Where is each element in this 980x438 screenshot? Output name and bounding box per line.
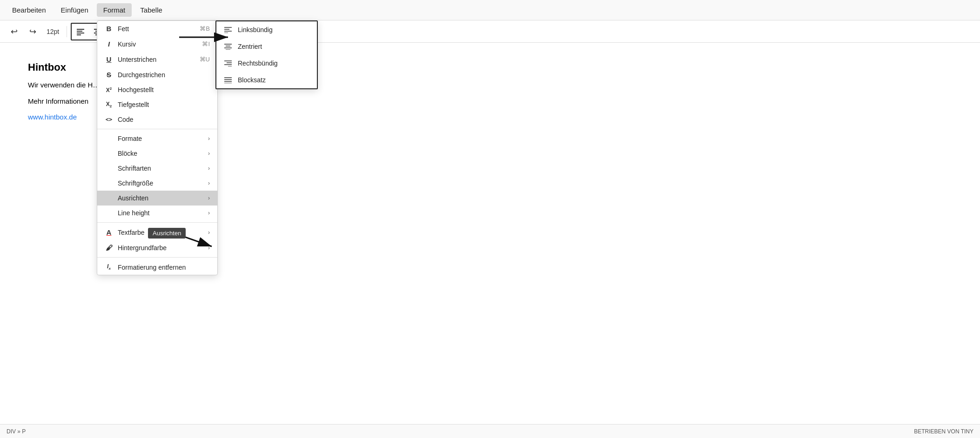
dropdown-durchgestrichen-label: Durchgestrichen — [118, 71, 165, 79]
highlight-icon: 🖌 — [105, 244, 113, 252]
menu-tabelle[interactable]: Tabelle — [134, 3, 169, 17]
separator-3 — [97, 257, 217, 258]
separator-2 — [97, 222, 217, 223]
dropdown-unterstrichen-label: Unterstrichen — [118, 56, 156, 63]
submenu-linksbuendig-label: Linksbündig — [238, 26, 273, 33]
dropdown-schriftarten-label: Schriftarten — [118, 165, 151, 172]
dropdown-fett[interactable]: B Fett ⌘B — [97, 21, 217, 36]
clear-format-icon: Ix — [105, 263, 113, 271]
dropdown-durchgestrichen[interactable]: S Durchgestrichen — [97, 67, 217, 82]
dropdown-bloecke[interactable]: Blöcke › — [97, 146, 217, 161]
dropdown-kursiv-shortcut: ⌘I — [202, 40, 210, 47]
subscript-icon: X2 — [105, 101, 113, 108]
code-icon: <> — [105, 116, 113, 123]
submenu-zentriert-label: Zentriert — [238, 43, 262, 50]
menu-format[interactable]: Format — [97, 3, 132, 17]
status-bar: DIV » P BETRIEBEN VON TINY — [0, 424, 980, 438]
strikethrough-icon: S — [105, 71, 113, 79]
dropdown-schriftgroesse[interactable]: Schriftgröße › — [97, 176, 217, 191]
formate-arrow-icon: › — [208, 135, 210, 142]
textcolor-icon: A — [105, 228, 113, 236]
align-left-icon — [224, 27, 232, 33]
align-justify-icon — [224, 77, 232, 83]
dropdown-fett-shortcut: ⌘B — [200, 25, 210, 32]
dropdown-fett-label: Fett — [118, 25, 129, 33]
dropdown-tiefgestellt-label: Tiefgestellt — [118, 101, 149, 108]
dropdown-code[interactable]: <> Code — [97, 112, 217, 127]
content-link-anchor[interactable]: www.hintbox.de — [28, 113, 77, 121]
redo-button[interactable]: ↪ — [24, 24, 41, 39]
align-center-icon — [224, 43, 232, 50]
schriftgroesse-arrow-icon: › — [208, 180, 210, 186]
menu-einfuegen[interactable]: Einfügen — [54, 3, 95, 17]
status-path: DIV » P — [7, 428, 26, 435]
submenu-blocksatz-label: Blocksatz — [238, 76, 266, 84]
italic-icon: I — [105, 40, 113, 48]
dropdown-textfarbe[interactable]: A Textfarbe › — [97, 225, 217, 240]
superscript-icon: X2 — [105, 86, 113, 93]
font-size-display: 12pt — [43, 26, 63, 37]
dropdown-tiefgestellt[interactable]: X2 Tiefgestellt — [97, 97, 217, 112]
format-dropdown: B Fett ⌘B I Kursiv ⌘I U Unterstrichen ⌘U… — [97, 20, 218, 275]
dropdown-code-label: Code — [118, 116, 133, 123]
menu-bar: Bearbeiten Einfügen Format Tabelle — [0, 0, 980, 20]
dropdown-unterstrichen[interactable]: U Unterstrichen ⌘U — [97, 52, 217, 67]
dropdown-line-height-label: Line height — [118, 209, 150, 217]
submenu-rechtsbuendig-label: Rechtsbündig — [238, 60, 278, 67]
dropdown-unterstrichen-shortcut: ⌘U — [200, 56, 210, 63]
submenu-zentriert[interactable]: Zentriert — [216, 38, 317, 55]
schriftarten-arrow-icon: › — [208, 165, 210, 172]
textfarbe-arrow-icon: › — [208, 229, 210, 236]
submenu-linksbuendig[interactable]: Linksbündig — [216, 21, 317, 38]
dropdown-formatierung-entfernen[interactable]: Ix Formatierung entfernen — [97, 259, 217, 274]
dropdown-hochgestellt[interactable]: X2 Hochgestellt — [97, 82, 217, 97]
status-credit: BETRIEBEN VON TINY — [914, 428, 973, 435]
dropdown-hintergrundfarbe-label: Hintergrundfarbe — [118, 244, 167, 252]
dropdown-ausrichten[interactable]: Ausrichten › — [97, 191, 217, 206]
dropdown-formatierung-entfernen-label: Formatierung entfernen — [118, 264, 186, 271]
dropdown-formate-label: Formate — [118, 135, 142, 142]
dropdown-bloecke-label: Blöcke — [118, 150, 137, 157]
underline-icon: U — [105, 55, 113, 63]
submenu-rechtsbuendig[interactable]: Rechtsbündig — [216, 55, 317, 72]
align-left-button[interactable] — [72, 24, 89, 39]
align-right-icon — [224, 60, 232, 66]
dropdown-schriftgroesse-label: Schriftgröße — [118, 179, 153, 187]
dropdown-kursiv[interactable]: I Kursiv ⌘I — [97, 36, 217, 52]
toolbar-divider-1 — [67, 26, 67, 37]
separator-1 — [97, 129, 217, 129]
ausrichten-submenu: Linksbündig Zentriert Rechtsbündig Block… — [215, 20, 318, 89]
dropdown-kursiv-label: Kursiv — [118, 40, 136, 48]
line-height-arrow-icon: › — [208, 210, 210, 216]
dropdown-ausrichten-label: Ausrichten — [118, 194, 148, 202]
bloecke-arrow-icon: › — [208, 150, 210, 157]
hintergrundfarbe-arrow-icon: › — [208, 245, 210, 251]
dropdown-hochgestellt-label: Hochgestellt — [118, 86, 154, 93]
submenu-blocksatz[interactable]: Blocksatz — [216, 72, 317, 88]
ausrichten-arrow-icon: › — [208, 195, 210, 201]
dropdown-line-height[interactable]: Line height › — [97, 206, 217, 220]
menu-bearbeiten[interactable]: Bearbeiten — [6, 3, 53, 17]
undo-button[interactable]: ↩ — [6, 24, 22, 39]
dropdown-textfarbe-label: Textfarbe — [118, 229, 145, 236]
dropdown-hintergrundfarbe[interactable]: 🖌 Hintergrundfarbe › — [97, 240, 217, 255]
dropdown-formate[interactable]: Formate › — [97, 131, 217, 146]
dropdown-schriftarten[interactable]: Schriftarten › — [97, 161, 217, 176]
bold-icon: B — [105, 25, 113, 33]
